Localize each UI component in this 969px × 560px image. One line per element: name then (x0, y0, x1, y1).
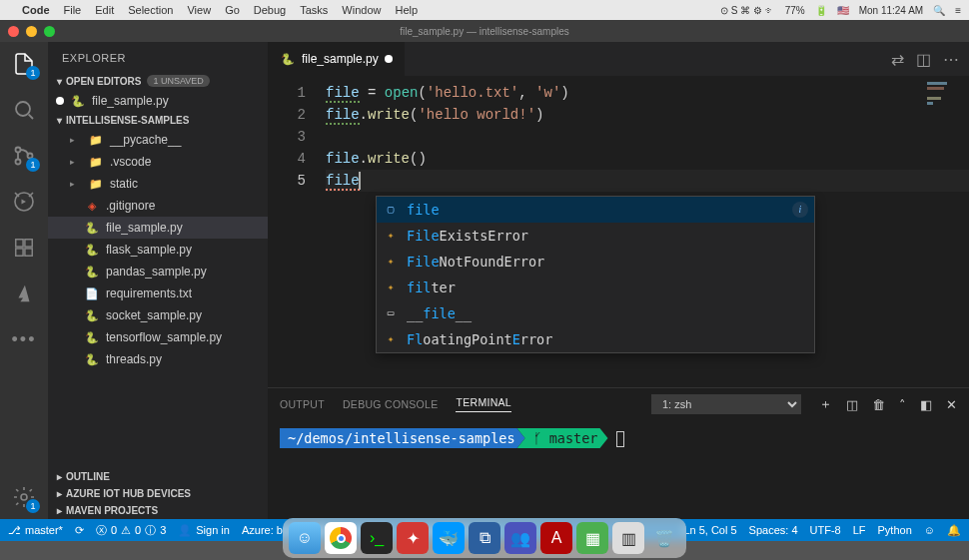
dock-sheets[interactable]: ▦ (576, 522, 608, 554)
status-language[interactable]: Python (878, 524, 912, 536)
folder-pycache[interactable]: ▸ 📁 __pycache__ (48, 129, 268, 151)
close-window-button[interactable] (8, 26, 19, 37)
file-tensorflow-sample[interactable]: 🐍 tensorflow_sample.py (48, 326, 268, 348)
panel-tab-debug-console[interactable]: DEBUG CONSOLE (343, 398, 439, 410)
suggest-item-file[interactable]: ▢ file i (377, 197, 814, 223)
more-actions-icon[interactable]: ⋯ (943, 50, 959, 69)
intellisense-popup[interactable]: ▢ file i ✦ FileExistsError ✦ FileNotFoun… (376, 196, 815, 353)
section-azure-iot[interactable]: ▸ AZURE IOT HUB DEVICES (48, 485, 268, 502)
compare-icon[interactable]: ⇄ (891, 50, 904, 69)
activity-explorer[interactable]: 1 (10, 50, 38, 78)
status-signin[interactable]: 👤 Sign in (178, 524, 230, 537)
svg-point-0 (16, 102, 30, 116)
dock-acrobat[interactable]: A (540, 522, 572, 554)
panel-position-button[interactable]: ◧ (920, 397, 932, 412)
spotlight-icon[interactable]: 🔍 (933, 5, 945, 16)
info-icon[interactable]: i (792, 202, 808, 218)
activity-azure[interactable] (10, 280, 38, 307)
menu-view[interactable]: View (187, 4, 211, 16)
status-feedback[interactable]: ☺ (924, 524, 935, 536)
split-editor-icon[interactable]: ◫ (916, 50, 931, 69)
file-pandas-sample[interactable]: 🐍 pandas_sample.py (48, 261, 268, 282)
menu-file[interactable]: File (64, 4, 82, 16)
section-maven[interactable]: ▸ MAVEN PROJECTS (48, 502, 268, 519)
open-editor-item[interactable]: 🐍 file_sample.py (48, 90, 268, 112)
dock-trash[interactable]: 🗑️ (648, 522, 680, 554)
maximize-panel-button[interactable]: ˄ (899, 397, 906, 412)
minimize-window-button[interactable] (26, 26, 37, 37)
new-terminal-button[interactable]: ＋ (819, 395, 832, 413)
minimap[interactable] (927, 82, 955, 142)
dock-teams[interactable]: 👥 (504, 522, 536, 554)
status-problems[interactable]: ⓧ 0 ⚠ 0 ⓘ 3 (96, 523, 166, 538)
dock-vscode[interactable]: ⧉ (469, 522, 500, 554)
suggest-item-dunder-file[interactable]: ▭ __file__ (377, 300, 814, 326)
chevron-right-icon: ▸ (70, 157, 82, 167)
panel-tab-terminal[interactable]: TERMINAL (456, 396, 511, 412)
battery-percent[interactable]: 77% (785, 5, 805, 16)
dock-terminal[interactable]: ›_ (361, 522, 393, 554)
function-icon: ✦ (383, 280, 399, 295)
activity-settings[interactable]: 1 (10, 483, 38, 511)
status-spaces[interactable]: Spaces: 4 (749, 524, 798, 536)
menu-window[interactable]: Window (342, 4, 381, 16)
code-content[interactable]: file = open('hello.txt', 'w') file.write… (326, 76, 969, 387)
menu-help[interactable]: Help (395, 4, 418, 16)
menu-go[interactable]: Go (225, 4, 240, 16)
bottom-panel: OUTPUT DEBUG CONSOLE TERMINAL 1: zsh ＋ ◫… (268, 387, 969, 519)
suggest-item-filenotfounderror[interactable]: ✦ FileNotFoundError (377, 249, 814, 275)
dock-docker[interactable]: 🐳 (433, 522, 465, 554)
menu-tasks[interactable]: Tasks (300, 4, 328, 16)
suggest-item-filter[interactable]: ✦ filter (377, 275, 814, 300)
dock-app-red[interactable]: ✦ (397, 522, 429, 554)
file-gitignore[interactable]: ◈ .gitignore (48, 195, 268, 217)
dock-finder[interactable]: ☺ (289, 522, 321, 554)
folder-static[interactable]: ▸ 📁 static (48, 173, 268, 195)
terminal[interactable]: ~/demos/intellisense-samplesᚶ master (268, 420, 969, 519)
menu-selection[interactable]: Selection (128, 4, 173, 16)
suggest-item-floatingpointerror[interactable]: ✦ FloatingPointError (377, 326, 814, 352)
terminal-selector[interactable]: 1: zsh (651, 394, 801, 414)
variable-icon: ▢ (383, 202, 399, 218)
status-branch[interactable]: ⎇ master* (8, 524, 63, 537)
file-flask-sample[interactable]: 🐍 flask_sample.py (48, 239, 268, 261)
file-file-sample[interactable]: 🐍 file_sample.py (48, 217, 268, 239)
svg-point-9 (21, 494, 27, 500)
menubar-menu-icon[interactable]: ≡ (955, 5, 961, 16)
status-sync[interactable]: ⟳ (75, 524, 84, 537)
status-eol[interactable]: LF (853, 524, 866, 536)
menu-app[interactable]: Code (22, 4, 50, 16)
status-notification[interactable]: 🔔 (947, 524, 961, 537)
section-workspace[interactable]: ▾ INTELLISENSE-SAMPLES (48, 112, 268, 129)
dock-app-gray[interactable]: ▥ (612, 522, 644, 554)
flag-icon[interactable]: 🇺🇸 (837, 5, 849, 16)
activity-extensions[interactable] (10, 234, 38, 262)
clock[interactable]: Mon 11:24 AM (859, 5, 923, 16)
activity-more[interactable]: ••• (10, 325, 38, 353)
tab-file-sample[interactable]: 🐍 file_sample.py (268, 42, 406, 76)
status-encoding[interactable]: UTF-8 (810, 524, 841, 536)
menu-edit[interactable]: Edit (95, 4, 114, 16)
file-threads[interactable]: 🐍 threads.py (48, 348, 268, 370)
close-panel-button[interactable]: ✕ (946, 397, 957, 412)
activity-scm[interactable]: 1 (10, 142, 38, 170)
split-terminal-button[interactable]: ◫ (846, 397, 858, 412)
section-open-editors[interactable]: ▾ OPEN EDITORS 1 UNSAVED (48, 72, 268, 90)
editor-tabs: 🐍 file_sample.py ⇄ ◫ ⋯ (268, 42, 969, 76)
file-socket-sample[interactable]: 🐍 socket_sample.py (48, 304, 268, 326)
file-requirements[interactable]: 📄 requirements.txt (48, 282, 268, 304)
menu-debug[interactable]: Debug (254, 4, 286, 16)
dock-chrome[interactable] (325, 522, 357, 554)
maximize-window-button[interactable] (44, 26, 55, 37)
macos-dock[interactable]: ☺ ›_ ✦ 🐳 ⧉ 👥 A ▦ ▥ 🗑️ (283, 518, 686, 558)
suggest-item-fileexistserror[interactable]: ✦ FileExistsError (377, 223, 814, 249)
section-outline[interactable]: ▸ OUTLINE (48, 468, 268, 485)
activity-search[interactable] (10, 96, 38, 124)
panel-tab-output[interactable]: OUTPUT (280, 398, 325, 410)
code-editor[interactable]: 1 2 3 4 5 file = open('hello.txt', 'w') … (268, 76, 969, 387)
kill-terminal-button[interactable]: 🗑 (872, 397, 885, 412)
status-ln-col[interactable]: Ln 5, Col 5 (683, 524, 736, 536)
status-icons[interactable]: ⊙ S ⌘ ⚙ ᯤ (720, 5, 775, 16)
activity-debug[interactable] (10, 188, 38, 216)
folder-vscode[interactable]: ▸ 📁 .vscode (48, 151, 268, 173)
